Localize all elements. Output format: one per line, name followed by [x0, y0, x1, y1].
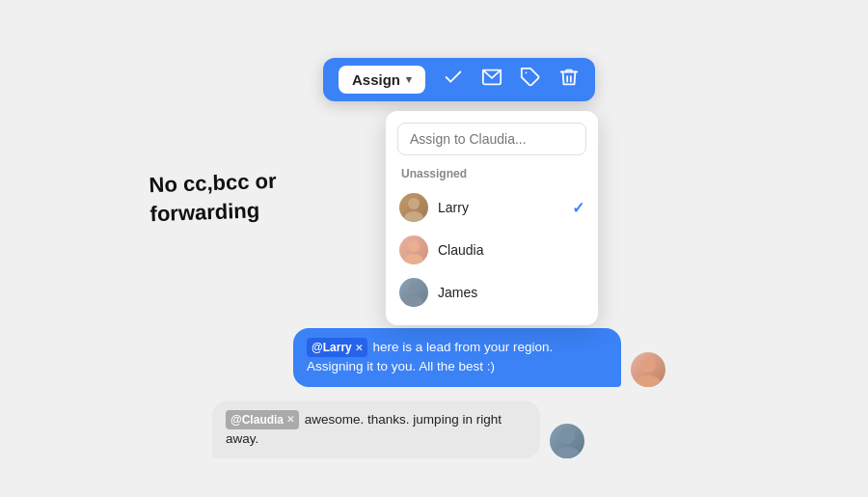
chat-bubble-2: @Claudia ✕ awesome. thanks. jumping in r… [212, 400, 540, 459]
mail-icon[interactable] [481, 67, 502, 93]
avatar-james [399, 278, 428, 307]
dropdown-item-larry[interactable]: Larry ✓ [386, 186, 598, 229]
chat-area: @Larry ✕ here is a lead from your region… [212, 328, 665, 458]
svg-point-8 [640, 357, 656, 373]
tag-icon[interactable] [520, 67, 541, 93]
assign-label: Assign [352, 71, 400, 88]
chevron-down-icon: ▾ [406, 73, 412, 86]
toolbar: Assign ▾ [323, 58, 595, 101]
james-name: James [438, 285, 477, 300]
svg-point-11 [555, 447, 580, 458]
svg-point-4 [408, 240, 420, 252]
assign-search-input[interactable] [397, 123, 586, 155]
larry-name: Larry [438, 200, 469, 215]
chat-row-1: @Larry ✕ here is a lead from your region… [212, 328, 665, 387]
dropdown-item-claudia[interactable]: Claudia [386, 229, 598, 271]
claudia-mention-tag: @Claudia ✕ [226, 410, 299, 429]
larry-check-icon: ✓ [572, 199, 584, 217]
larry-mention-close: ✕ [355, 341, 363, 355]
chat-bubble-1: @Larry ✕ here is a lead from your region… [293, 328, 621, 387]
svg-point-5 [404, 254, 423, 264]
svg-point-2 [408, 198, 420, 209]
claudia-name: Claudia [438, 242, 483, 258]
scene: No cc,bcc or forwarding Assign ▾ Unassig… [0, 0, 868, 497]
dropdown-section-label: Unassigned [386, 163, 598, 186]
claudia-mention-close: ✕ [286, 412, 294, 427]
chat-avatar-user2 [550, 424, 584, 458]
avatar-larry [399, 193, 428, 222]
check-icon[interactable] [443, 67, 464, 93]
larry-mention-text: @Larry [312, 339, 352, 356]
svg-point-10 [559, 428, 575, 444]
handwritten-text: No cc,bcc or forwarding [149, 167, 278, 229]
svg-point-9 [636, 375, 661, 387]
svg-point-6 [408, 283, 420, 294]
svg-point-7 [404, 296, 423, 307]
avatar-claudia [399, 235, 428, 264]
assign-button[interactable]: Assign ▾ [339, 66, 425, 94]
svg-point-3 [404, 211, 423, 222]
chat-avatar-user1 [631, 352, 665, 387]
claudia-mention-text: @Claudia [231, 411, 284, 428]
larry-mention-tag: @Larry ✕ [307, 338, 367, 357]
chat-row-2: @Claudia ✕ awesome. thanks. jumping in r… [212, 400, 665, 459]
trash-icon[interactable] [558, 67, 580, 93]
assign-dropdown: Unassigned Larry ✓ Claudia [386, 111, 598, 325]
dropdown-item-james[interactable]: James [386, 271, 598, 314]
